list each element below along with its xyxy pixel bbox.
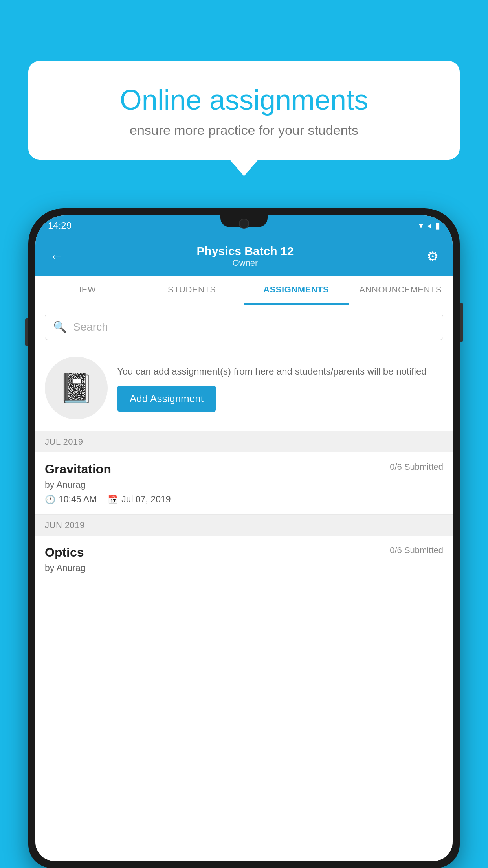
header-center: Physics Batch 12 Owner xyxy=(197,245,294,268)
assignment-author-optics: by Anurag xyxy=(45,563,443,574)
assignment-top-gravitation: Gravitation 0/6 Submitted xyxy=(45,462,443,476)
assignment-promo: 📓 You can add assignment(s) from here an… xyxy=(35,349,453,431)
promo-text-area: You can add assignment(s) from here and … xyxy=(117,364,443,412)
phone-inner: 14:29 ▾ ◂ ▮ ← Physics Batch 12 Owner ⚙ I… xyxy=(35,215,453,861)
phone-side-button-left xyxy=(25,318,28,346)
assignment-top-optics: Optics 0/6 Submitted xyxy=(45,545,443,560)
app-header: ← Physics Batch 12 Owner ⚙ xyxy=(35,236,453,276)
battery-icon: ▮ xyxy=(435,221,440,231)
status-icons: ▾ ◂ ▮ xyxy=(419,221,440,231)
phone-camera xyxy=(239,219,249,229)
assignment-meta-gravitation: 🕐 10:45 AM 📅 Jul 07, 2019 xyxy=(45,494,443,505)
search-bar[interactable]: 🔍 Search xyxy=(45,314,443,340)
assignment-submitted-gravitation: 0/6 Submitted xyxy=(390,462,443,472)
header-title: Physics Batch 12 xyxy=(197,245,294,258)
header-subtitle: Owner xyxy=(197,258,294,268)
assignment-date-gravitation: Jul 07, 2019 xyxy=(121,494,171,505)
assignment-name-optics: Optics xyxy=(45,545,84,560)
wifi-icon: ▾ xyxy=(419,221,423,231)
meta-time-gravitation: 🕐 10:45 AM xyxy=(45,494,97,505)
assignment-author-gravitation: by Anurag xyxy=(45,480,443,490)
speech-bubble-container: Online assignments ensure more practice … xyxy=(28,61,460,160)
phone-frame: 14:29 ▾ ◂ ▮ ← Physics Batch 12 Owner ⚙ I… xyxy=(28,208,460,868)
speech-bubble: Online assignments ensure more practice … xyxy=(28,61,460,160)
add-assignment-button[interactable]: Add Assignment xyxy=(117,386,216,412)
assignment-item-optics[interactable]: Optics 0/6 Submitted by Anurag xyxy=(35,536,453,587)
section-header-jul2019: JUL 2019 xyxy=(35,431,453,452)
clock-icon: 🕐 xyxy=(45,495,55,505)
notebook-icon: 📓 xyxy=(59,371,94,405)
assignment-time-gravitation: 10:45 AM xyxy=(59,494,97,505)
phone-side-button-right xyxy=(460,303,463,342)
signal-icon: ◂ xyxy=(427,221,431,231)
assignment-item-gravitation[interactable]: Gravitation 0/6 Submitted by Anurag 🕐 10… xyxy=(35,452,453,515)
bubble-subtitle: ensure more practice for your students xyxy=(52,123,436,138)
assignment-name-gravitation: Gravitation xyxy=(45,462,111,476)
assignment-notebook-icon-circle: 📓 xyxy=(45,357,108,419)
assignment-submitted-optics: 0/6 Submitted xyxy=(390,545,443,555)
tab-assignments[interactable]: ASSIGNMENTS xyxy=(244,276,349,305)
tab-iew[interactable]: IEW xyxy=(35,276,140,305)
search-icon: 🔍 xyxy=(53,320,67,333)
meta-date-gravitation: 📅 Jul 07, 2019 xyxy=(108,494,171,505)
tabs-container: IEW STUDENTS ASSIGNMENTS ANNOUNCEMENTS xyxy=(35,276,453,305)
section-header-jun2019: JUN 2019 xyxy=(35,515,453,536)
back-arrow-icon: ← xyxy=(50,248,64,265)
back-button[interactable]: ← xyxy=(50,248,64,265)
settings-button[interactable]: ⚙ xyxy=(427,248,438,264)
tab-announcements[interactable]: ANNOUNCEMENTS xyxy=(349,276,453,305)
bubble-title: Online assignments xyxy=(52,85,436,116)
promo-description: You can add assignment(s) from here and … xyxy=(117,364,443,379)
search-placeholder: Search xyxy=(73,321,108,333)
tab-students[interactable]: STUDENTS xyxy=(140,276,244,305)
calendar-icon: 📅 xyxy=(108,495,118,505)
status-time: 14:29 xyxy=(48,220,72,231)
settings-icon: ⚙ xyxy=(427,249,438,264)
